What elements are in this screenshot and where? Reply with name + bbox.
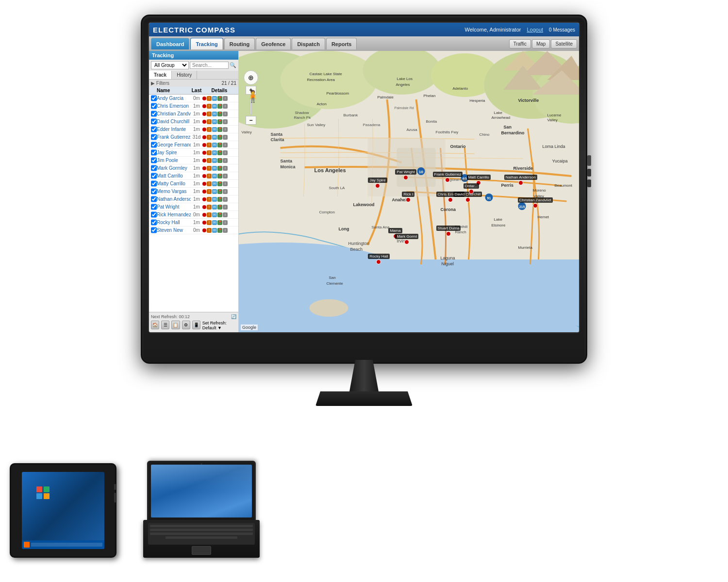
action-icon-4[interactable]: i — [223, 127, 228, 132]
action-icon-2[interactable]: ✉ — [212, 189, 217, 194]
action-icon-4[interactable]: i — [223, 150, 228, 155]
action-icon-4[interactable]: i — [223, 189, 228, 194]
map-marker[interactable]: Frank Gutierrez — [433, 172, 463, 182]
action-icon-3[interactable]: 📍 — [217, 143, 222, 147]
list-item[interactable]: Memo Vargas 1m ! ✉ 📍 i — [149, 188, 238, 195]
phone-btn[interactable]: 📱 — [192, 321, 200, 329]
action-icon-4[interactable]: i — [223, 174, 228, 178]
map-button[interactable]: Map — [532, 39, 550, 48]
action-icon-3[interactable]: 📍 — [217, 112, 222, 116]
action-icon-3[interactable]: 📍 — [217, 104, 222, 109]
action-icon-1[interactable]: ! — [207, 150, 212, 155]
logout-link[interactable]: Logout — [527, 27, 543, 32]
tab-geofence[interactable]: Geofence — [256, 38, 291, 49]
action-icon-1[interactable]: ! — [207, 104, 212, 109]
action-icon-1[interactable]: ! — [207, 135, 212, 140]
map-marker[interactable]: Pat Wright — [395, 169, 416, 180]
list-item[interactable]: Matty Carrillo 1m ! ✉ 📍 i — [149, 180, 238, 188]
list-item[interactable]: Matt Carrillo 1m ! ✉ 📍 i — [149, 172, 238, 180]
action-icon-1[interactable]: ! — [207, 119, 212, 124]
action-icon-4[interactable]: i — [223, 181, 228, 186]
action-icon-2[interactable]: ✉ — [212, 112, 217, 116]
action-icon-3[interactable]: 📍 — [217, 96, 222, 101]
action-icon-4[interactable]: i — [223, 143, 228, 147]
action-icon-4[interactable]: i — [223, 119, 228, 124]
action-icon-4[interactable]: i — [223, 220, 228, 225]
tab-history[interactable]: History — [172, 71, 197, 79]
map-marker[interactable]: Mark Gorml — [395, 234, 418, 244]
pan-control[interactable]: ⊕ — [244, 70, 258, 85]
vehicle-checkbox[interactable] — [151, 173, 157, 179]
tab-reports[interactable]: Reports — [326, 38, 357, 49]
list-item[interactable]: Edder Infante 1m ! ✉ 📍 i — [149, 126, 238, 133]
set-refresh-btn[interactable]: 📋 — [171, 321, 180, 329]
action-icon-2[interactable]: ✉ — [212, 174, 217, 178]
map-marker[interactable]: Nathan Anderson — [504, 175, 537, 185]
vehicle-checkbox[interactable] — [151, 126, 157, 132]
action-icon-3[interactable]: 📍 — [217, 119, 222, 124]
action-icon-3[interactable]: 📍 — [217, 212, 222, 217]
tab-tracking[interactable]: Tracking — [190, 38, 223, 49]
vehicle-checkbox[interactable] — [151, 149, 157, 156]
list-item[interactable]: Andy Garcia 0m ! ✉ 📍 i — [149, 95, 238, 102]
group-filter[interactable]: All Group — [151, 61, 189, 69]
action-icon-2[interactable]: ✉ — [212, 96, 217, 101]
satellite-button[interactable]: Satellite — [551, 39, 577, 48]
action-icon-2[interactable]: ✉ — [212, 205, 217, 210]
list-item[interactable]: Rocky Hall 1m ! ✉ 📍 i — [149, 219, 238, 226]
action-icon-1[interactable]: ! — [207, 212, 212, 217]
action-icon-3[interactable]: 📍 — [217, 220, 222, 225]
action-icon-3[interactable]: 📍 — [217, 205, 222, 210]
action-icon-4[interactable]: i — [223, 212, 228, 217]
action-icon-2[interactable]: ✉ — [212, 135, 217, 140]
list-item[interactable]: Nathan Anderson 1m ! ✉ 📍 i — [149, 195, 238, 203]
action-icon-4[interactable]: i — [223, 112, 228, 116]
list-item[interactable]: George Fernandez 1m ! ✉ 📍 i — [149, 141, 238, 149]
action-icon-3[interactable]: 📍 — [217, 158, 222, 163]
action-icon-3[interactable]: 📍 — [217, 228, 222, 233]
vehicle-checkbox[interactable] — [151, 134, 157, 140]
street-view-icon[interactable]: 🧍 — [246, 90, 260, 103]
action-icon-3[interactable]: 📍 — [217, 181, 222, 186]
vehicle-checkbox[interactable] — [151, 157, 157, 163]
map-marker[interactable]: Christian Zandvliet — [518, 197, 553, 208]
tab-track[interactable]: Track — [149, 71, 172, 79]
action-icon-2[interactable]: ✉ — [212, 197, 217, 202]
vehicle-checkbox[interactable] — [151, 180, 157, 187]
traffic-button[interactable]: Traffic — [509, 39, 531, 48]
monitor-vol-down[interactable] — [587, 179, 591, 187]
vehicle-checkbox[interactable] — [151, 165, 157, 171]
action-icon-1[interactable]: ! — [207, 189, 212, 194]
action-icon-4[interactable]: i — [223, 205, 228, 210]
list-item[interactable]: Mark Gormley 1m ! ✉ 📍 i — [149, 164, 238, 172]
map-marker[interactable]: Ontar... — [463, 183, 479, 194]
vehicle-checkbox[interactable] — [151, 95, 157, 101]
action-icon-2[interactable]: ✉ — [212, 127, 217, 132]
map-marker[interactable]: Stuart Duma — [436, 226, 461, 236]
action-icon-1[interactable]: ! — [207, 112, 212, 116]
list-item[interactable]: Frank Gutierrez 31d ! ✉ 📍 i — [149, 133, 238, 141]
action-icon-4[interactable]: i — [223, 228, 228, 233]
monitor-vol-up[interactable] — [587, 169, 591, 177]
action-icon-1[interactable]: ! — [207, 197, 212, 202]
action-icon-3[interactable]: 📍 — [217, 135, 222, 140]
action-icon-2[interactable]: ✉ — [212, 220, 217, 225]
messages-link[interactable]: 0 Messages — [549, 27, 575, 32]
monitor-power-button[interactable] — [587, 155, 591, 166]
list-item[interactable]: David Churchill 1m ! ✉ 📍 i — [149, 118, 238, 126]
vehicle-checkbox[interactable] — [151, 204, 157, 210]
action-icon-1[interactable]: ! — [207, 181, 212, 186]
tab-routing[interactable]: Routing — [224, 38, 255, 49]
list-item[interactable]: Chris Emerson 1m ! ✉ 📍 i — [149, 102, 238, 110]
action-icon-1[interactable]: ! — [207, 143, 212, 147]
action-icon-2[interactable]: ✉ — [212, 166, 217, 171]
action-icon-2[interactable]: ✉ — [212, 181, 217, 186]
action-icon-4[interactable]: i — [223, 135, 228, 140]
action-icon-2[interactable]: ✉ — [212, 228, 217, 233]
vehicle-checkbox[interactable] — [151, 188, 157, 194]
action-icon-3[interactable]: 📍 — [217, 127, 222, 132]
action-icon-3[interactable]: 📍 — [217, 174, 222, 178]
vehicle-checkbox[interactable] — [151, 227, 157, 233]
search-input[interactable] — [190, 62, 229, 69]
map-marker[interactable]: Jay Spire — [368, 178, 387, 188]
